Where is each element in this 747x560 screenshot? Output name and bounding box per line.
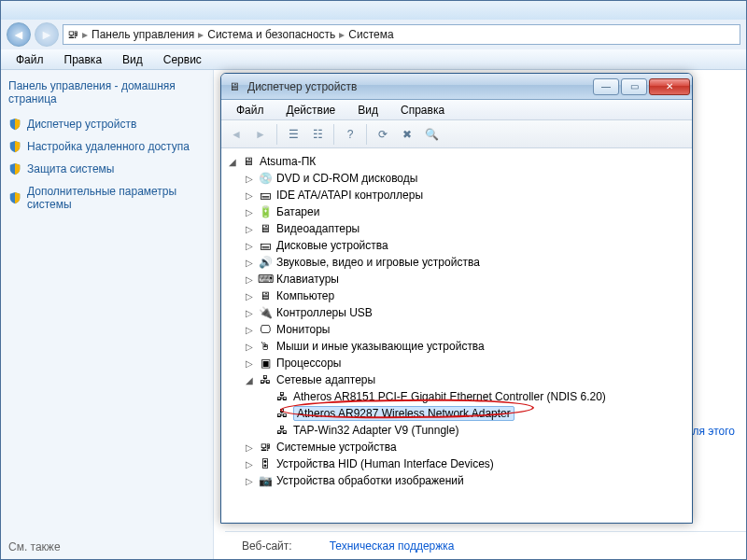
tree-category-label: DVD и CD-ROM дисководы [276,172,417,185]
menu-file[interactable]: Файл [8,51,51,68]
maximize-button[interactable]: ▭ [621,78,647,95]
menu-action[interactable]: Действие [277,102,345,119]
expand-icon[interactable]: ▷ [244,342,254,352]
device-tree[interactable]: ◢ 🖥 Atsuma-ПК ▷💿DVD и CD-ROM дисководы▷🖴… [221,148,692,523]
tree-category[interactable]: ▷▣Процессоры [244,355,686,371]
devmgr-toolbar: ◄ ► ☰ ☷ ? ⟳ ✖ 🔍 [221,120,692,148]
collapse-icon[interactable]: ◢ [244,375,254,385]
category-icon: 🎛 [258,456,273,471]
breadcrumb-item[interactable]: Система [348,28,393,41]
breadcrumb-item[interactable]: Панель управления [92,28,194,41]
expand-icon[interactable]: ▷ [244,325,254,335]
tree-device[interactable]: 🖧Atheros AR9287 Wireless Network Adapter [261,405,686,422]
toolbar-help-icon[interactable]: ? [339,123,361,146]
toolbar-scan-icon[interactable]: 🔍 [420,123,443,146]
expand-icon[interactable]: ▷ [244,190,254,201]
expand-icon[interactable]: ▷ [244,308,254,318]
tree-category-label: Видеоадаптеры [276,222,359,235]
network-adapter-icon: 🖧 [275,406,289,421]
tree-category[interactable]: ▷🖥Компьютер [244,287,686,304]
tree-category[interactable]: ▷🖴Дисковые устройства [244,237,686,254]
toolbar-forward-icon[interactable]: ► [249,123,272,146]
sidebar-item-label: Защита системы [27,162,114,175]
expand-icon[interactable]: ▷ [244,224,254,234]
tree-category-label: Клавиатуры [276,273,339,286]
shield-icon [8,140,21,153]
nav-back-button[interactable]: ◄ [7,22,31,47]
sidebar-item-remote[interactable]: Настройка удаленного доступа [8,140,205,153]
status-link[interactable]: Техническая поддержка [330,539,455,553]
window-buttons: — ▭ ✕ [591,78,690,95]
tree-category[interactable]: ▷⌨Клавиатуры [244,271,686,287]
tree-category[interactable]: ▷🔌Контроллеры USB [244,304,686,321]
devmgr-menubar: Файл Действие Вид Справка [221,100,692,120]
close-button[interactable]: ✕ [649,78,690,95]
status-label: Веб-сайт: [242,539,292,553]
chevron-right-icon: ▸ [82,28,88,41]
breadcrumb[interactable]: 🖳 ▸ Панель управления ▸ Система и безопа… [63,24,740,45]
tree-device[interactable]: 🖧Atheros AR8151 PCI-E Gigabit Ethernet C… [261,388,686,405]
chevron-right-icon: ▸ [339,28,345,41]
tree-category[interactable]: ▷🎛Устройства HID (Human Interface Device… [244,455,686,472]
expand-icon[interactable]: ▷ [244,476,254,486]
toolbar-show-hidden-icon[interactable]: ☷ [306,123,329,146]
tree-device[interactable]: 🖧TAP-Win32 Adapter V9 (Tunngle) [261,422,686,439]
tree-category[interactable]: ◢🖧Сетевые адаптеры [244,371,686,388]
expand-icon[interactable]: ▷ [244,258,254,268]
device-manager-icon: 🖥 [227,79,242,94]
expand-icon[interactable]: ▷ [244,274,254,285]
tree-category[interactable]: ▷🖱Мыши и иные указывающие устройства [244,338,686,355]
tree-category-label: Процессоры [276,357,342,370]
category-icon: 📷 [258,473,273,488]
network-adapter-icon: 🖧 [275,423,289,438]
tree-category-label: Сетевые адаптеры [276,373,375,386]
tree-category[interactable]: ▷🔋Батареи [244,203,686,220]
category-icon: 🖥 [258,221,273,236]
tree-category[interactable]: ▷🖵Мониторы [244,321,686,338]
breadcrumb-item[interactable]: Система и безопасность [207,28,335,41]
expand-icon[interactable]: ▷ [244,442,254,453]
category-icon: 🖴 [258,238,273,253]
toolbar-uninstall-icon[interactable]: ✖ [396,123,418,146]
sidebar-item-device-manager[interactable]: Диспетчер устройств [8,118,205,131]
sidebar-see-also: См. также [8,540,61,553]
toolbar-update-driver-icon[interactable]: ⟳ [372,123,394,146]
menu-edit[interactable]: Правка [57,51,110,68]
expand-icon[interactable]: ▷ [244,291,254,301]
tree-category-label: IDE ATA/ATAPI контроллеры [276,189,423,202]
tree-category[interactable]: ▷🔊Звуковые, видео и игровые устройства [244,254,686,271]
expand-icon[interactable]: ▷ [244,241,254,251]
tree-category-label: Компьютер [276,289,334,302]
status-strip: Веб-сайт: Техническая поддержка [225,531,746,559]
tree-category-label: Мониторы [276,323,330,336]
expand-icon[interactable]: ▷ [244,174,254,184]
toolbar-view-icon[interactable]: ☰ [282,123,304,146]
menu-view[interactable]: Вид [348,102,388,119]
toolbar-back-icon[interactable]: ◄ [225,123,247,146]
menu-view[interactable]: Вид [115,51,150,68]
titlebar[interactable]: 🖥 Диспетчер устройств — ▭ ✕ [221,74,692,100]
expand-icon[interactable]: ▷ [244,358,254,369]
sidebar-item-protection[interactable]: Защита системы [8,162,205,175]
collapse-icon[interactable]: ◢ [227,157,237,167]
toolbar-separator [333,124,334,145]
tree-category[interactable]: ▷📷Устройства обработки изображений [244,472,686,489]
tree-category[interactable]: ▷🖳Системные устройства [244,439,686,455]
category-icon: 🔌 [258,305,273,320]
sidebar-item-label: Диспетчер устройств [27,118,136,131]
sidebar-item-advanced[interactable]: Дополнительные параметры системы [8,185,205,211]
shield-icon [8,191,21,204]
sidebar-item-label: Настройка удаленного доступа [27,140,190,153]
tree-category[interactable]: ▷🖥Видеоадаптеры [244,220,686,237]
tree-category[interactable]: ▷💿DVD и CD-ROM дисководы [244,170,686,187]
nav-forward-button[interactable]: ► [35,22,59,47]
minimize-button[interactable]: — [593,78,619,95]
menu-tools[interactable]: Сервис [156,51,209,68]
menu-file[interactable]: Файл [227,102,274,119]
tree-category[interactable]: ▷🖴IDE ATA/ATAPI контроллеры [244,187,686,203]
expand-icon[interactable]: ▷ [244,207,254,217]
menu-help[interactable]: Справка [391,102,454,119]
category-icon: 🖴 [258,188,273,203]
expand-icon[interactable]: ▷ [244,459,254,469]
tree-root[interactable]: ◢ 🖥 Atsuma-ПК [227,153,686,170]
